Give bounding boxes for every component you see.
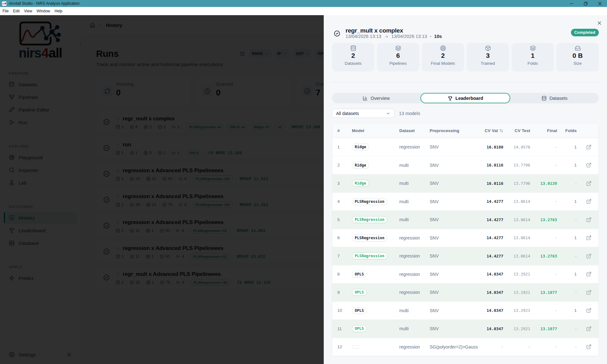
open-external-icon[interactable]	[586, 271, 592, 277]
cell-preprocessing: SNV	[430, 235, 475, 240]
open-external-icon[interactable]	[586, 344, 592, 349]
menu-item[interactable]: Help	[52, 7, 65, 15]
open-external-icon[interactable]	[586, 235, 592, 240]
stat-icon	[530, 45, 536, 51]
window-title: nirs4all Studio - NIRS Analysis Applicat…	[9, 1, 79, 6]
leaderboard-table: # Model Dataset Preprocessing CV Val CV …	[332, 123, 599, 356]
open-external-icon[interactable]	[586, 144, 592, 150]
column-header-cv-test[interactable]: CV Test	[503, 128, 530, 133]
table-body: 1 Ridge regression SNV 16.0180 14.4578 -…	[332, 138, 598, 356]
open-external-icon[interactable]	[586, 290, 592, 295]
table-row[interactable]: 4 PLSRegression multi SNV 14.4277 13.861…	[332, 193, 598, 211]
cell-final: -	[530, 163, 557, 167]
stat-label: Pipelines	[389, 61, 407, 66]
table-row[interactable]: 7 PLSRegression regression SNV 14.4277 1…	[332, 247, 598, 265]
table-row[interactable]: 9 OPLS regression SNV 14.0347 13.2921 13…	[332, 283, 598, 302]
table-row[interactable]: 11 OPLS multi SNV 14.0347 13.2921 13.107…	[332, 320, 598, 338]
chevron-down-icon	[386, 111, 390, 116]
cell-cv-test: 13.2921	[503, 272, 530, 276]
minimize-button[interactable]	[564, 0, 579, 7]
column-header-rank[interactable]: #	[337, 128, 352, 133]
open-external-icon[interactable]	[586, 181, 592, 186]
cell-cv-val: 14.0347	[475, 272, 503, 276]
tab[interactable]: Overview	[332, 93, 420, 103]
open-external-icon[interactable]	[586, 162, 592, 168]
stat-icon	[485, 45, 491, 51]
open-external-icon[interactable]	[586, 253, 592, 259]
tab-icon	[448, 96, 453, 101]
column-header-folds[interactable]: Folds	[557, 128, 577, 133]
cell-rank: 12	[337, 344, 352, 349]
dataset-filter-select[interactable]: All datasets	[332, 109, 395, 118]
menu-item[interactable]: File	[0, 7, 11, 15]
stat-card: 2 Final Models	[422, 43, 464, 71]
column-header-dataset[interactable]: Dataset	[399, 128, 430, 133]
column-header-model[interactable]: Model	[352, 128, 399, 133]
close-drawer-button[interactable]	[597, 20, 602, 26]
cell-preprocessing: SNV	[430, 217, 475, 222]
table-row[interactable]: 3 Ridge multi SNV 16.0116 13.7796 13.013…	[332, 174, 598, 193]
cell-cv-test: 13.8614	[503, 235, 530, 240]
open-external-icon[interactable]	[586, 326, 592, 331]
cell-cv-val: 14.0347	[475, 290, 503, 295]
table-row[interactable]: 10 OPLS multi SNV 14.0347 13.2921 - 1	[332, 302, 598, 320]
column-header-preprocessing[interactable]: Preprocessing	[430, 128, 475, 133]
cell-folds: -	[557, 344, 577, 349]
stat-card: 2 Datasets	[332, 43, 374, 71]
open-external-icon[interactable]	[586, 199, 592, 204]
run-duration: 10s	[434, 34, 442, 39]
tab-icon	[363, 96, 368, 101]
drawer-title: regr_mult x complex	[346, 27, 442, 34]
model-chip: Ridge	[352, 143, 369, 150]
cell-preprocessing: SNV	[430, 308, 475, 313]
model-chip: PLSRegression	[352, 252, 387, 259]
cell-model: PLSRegression	[352, 198, 399, 205]
menu-item[interactable]: Window	[34, 7, 52, 15]
cell-preprocessing: SNV	[430, 163, 475, 168]
menu-item[interactable]: Edit	[11, 7, 22, 15]
cell-preprocessing: SNV	[430, 253, 475, 258]
table-row[interactable]: 5 PLSRegression multi SNV 14.4277 13.861…	[332, 211, 598, 229]
model-chip: PLSRegression	[352, 216, 387, 223]
cell-cv-test: -	[503, 344, 530, 349]
column-header-final[interactable]: Final	[530, 128, 557, 133]
run-start-date: 13/04/2026 13:13	[346, 34, 381, 39]
cell-model: PLSRegression	[352, 216, 399, 223]
minimize-icon	[570, 2, 573, 5]
tab[interactable]: Leaderboard	[420, 93, 510, 103]
model-chip: OPLS	[352, 307, 367, 314]
model-chip: PLSRegression	[352, 198, 387, 205]
cell-folds: -	[557, 290, 577, 295]
cell-folds: 1	[557, 145, 577, 149]
table-row[interactable]: 8 OPLS regression SNV 14.0347 13.2921 - …	[332, 265, 598, 284]
close-window-button[interactable]	[593, 0, 607, 7]
table-row[interactable]: 1 Ridge regression SNV 16.0180 14.4578 -…	[332, 138, 598, 156]
cell-cv-val: 16.0116	[475, 181, 503, 186]
model-chip	[352, 345, 359, 349]
column-header-cv-val[interactable]: CV Val	[475, 128, 503, 133]
cell-folds: 1	[557, 199, 577, 204]
cell-dataset: regression	[399, 235, 430, 240]
maximize-button[interactable]	[579, 0, 593, 7]
menu-item[interactable]: View	[22, 7, 34, 15]
cell-preprocessing: SNV	[430, 181, 475, 186]
run-dates: 13/04/2026 13:13 13/04/2026 13:13 • 10s	[346, 34, 442, 39]
model-chip: Ridge	[352, 180, 369, 187]
stat-label: Datasets	[345, 61, 361, 66]
cell-model: Ridge	[352, 180, 399, 187]
cell-rank: 3	[337, 181, 352, 186]
open-external-icon[interactable]	[586, 217, 592, 222]
tab[interactable]: Datasets	[510, 93, 599, 103]
table-row[interactable]: 12 regression SG(polyorder=2)>Gauss - - …	[332, 338, 598, 356]
table-row[interactable]: 6 PLSRegression regression SNV 14.4277 1…	[332, 229, 598, 247]
open-external-icon[interactable]	[586, 308, 592, 313]
cell-dataset: multi	[399, 217, 430, 222]
table-row[interactable]: 2 Ridge multi SNV 16.0116 13.7796 - 1	[332, 156, 598, 175]
cell-dataset: regression	[399, 290, 430, 295]
stat-card: 1 Folds	[512, 43, 554, 71]
cell-rank: 6	[337, 235, 352, 240]
cell-cv-test: 14.4578	[503, 145, 530, 149]
run-detail-drawer: regr_mult x complex 13/04/2026 13:13 13/…	[324, 15, 607, 364]
run-stats: 2 Datasets 6 Pipelines 2 Final Models	[332, 43, 599, 71]
cell-folds: -	[557, 181, 577, 186]
